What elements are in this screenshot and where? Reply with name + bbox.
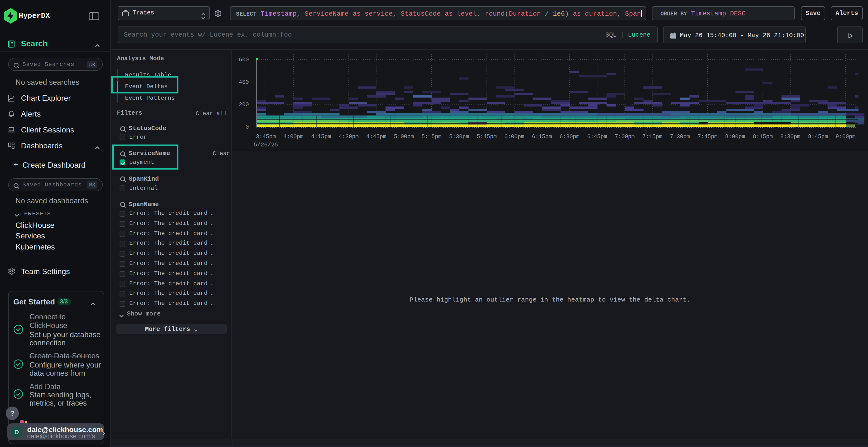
svg-text:7:45pm: 7:45pm bbox=[698, 133, 717, 140]
svg-text:4:30pm: 4:30pm bbox=[339, 133, 359, 140]
svg-text:5/26/25: 5/26/25 bbox=[254, 141, 278, 148]
svg-text:8:15pm: 8:15pm bbox=[753, 133, 773, 140]
svg-text:400: 400 bbox=[239, 79, 249, 85]
svg-text:7:00pm: 7:00pm bbox=[615, 133, 635, 140]
svg-text:4:15pm: 4:15pm bbox=[311, 133, 331, 140]
svg-text:7:30pm: 7:30pm bbox=[670, 133, 690, 140]
svg-text:600: 600 bbox=[239, 57, 249, 63]
svg-text:6:30pm: 6:30pm bbox=[560, 133, 580, 140]
svg-text:3:45pm: 3:45pm bbox=[256, 133, 276, 140]
svg-text:200: 200 bbox=[239, 101, 249, 108]
svg-text:5:45pm: 5:45pm bbox=[477, 133, 497, 140]
svg-text:8:45pm: 8:45pm bbox=[808, 133, 828, 140]
svg-text:8:30pm: 8:30pm bbox=[780, 133, 801, 140]
svg-text:5:30pm: 5:30pm bbox=[449, 133, 469, 140]
svg-text:9:00pm: 9:00pm bbox=[836, 133, 856, 140]
svg-text:6:15pm: 6:15pm bbox=[532, 133, 552, 140]
svg-text:4:45pm: 4:45pm bbox=[366, 133, 386, 140]
svg-text:5:00pm: 5:00pm bbox=[394, 133, 414, 140]
svg-text:0: 0 bbox=[245, 124, 249, 130]
svg-text:8:00pm: 8:00pm bbox=[725, 133, 745, 140]
svg-text:6:45pm: 6:45pm bbox=[587, 133, 607, 140]
svg-text:7:15pm: 7:15pm bbox=[642, 133, 662, 140]
svg-text:6:00pm: 6:00pm bbox=[504, 133, 524, 140]
svg-text:4:00pm: 4:00pm bbox=[283, 133, 304, 140]
svg-text:5:15pm: 5:15pm bbox=[422, 133, 441, 140]
